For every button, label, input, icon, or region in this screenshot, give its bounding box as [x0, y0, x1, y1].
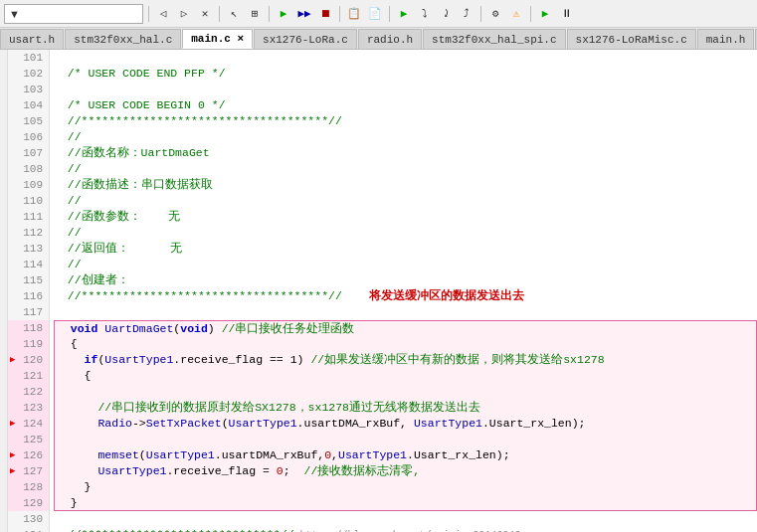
line-121: {: [54, 368, 757, 384]
line-109: //函数描述：串口数据获取: [54, 177, 757, 193]
tab-sx1276-loramisc-c[interactable]: sx1276-LoRaMisc.c: [567, 29, 696, 49]
line-125: [54, 432, 757, 447]
ln-120: 120: [8, 352, 49, 368]
toolbar-btn-warn[interactable]: ⚠: [507, 5, 525, 23]
ln-111: 111: [8, 209, 49, 225]
tab-stm32f0xx-hal-spi-c[interactable]: stm32f0xx_hal_spi.c: [423, 29, 565, 49]
toolbar-btn-paste[interactable]: 📄: [366, 5, 384, 23]
toolbar-btn-debug-out[interactable]: ⤴: [458, 5, 475, 23]
ln-122: 122: [8, 384, 49, 400]
left-gutter: [0, 50, 8, 532]
separator-1: [148, 6, 149, 22]
separator-7: [530, 6, 531, 22]
toolbar-btn-pause[interactable]: ⏸: [557, 5, 575, 23]
ln-129: 129: [8, 495, 49, 511]
ln-130: 130: [8, 511, 49, 527]
line-105: //************************************//: [54, 113, 757, 129]
ln-106: 106: [8, 129, 49, 145]
ln-118: 118: [8, 320, 49, 336]
toolbar-btn-cancel[interactable]: ✕: [196, 5, 214, 23]
separator-2: [219, 6, 220, 22]
line-130: [54, 511, 757, 527]
line-122: [54, 384, 757, 400]
line-103: [54, 82, 757, 97]
line-129: }: [54, 495, 757, 511]
toolbar-btn-run2[interactable]: ▶: [536, 5, 554, 23]
line-124: Radio->SetTxPacket(UsartType1.usartDMA_r…: [54, 416, 757, 432]
line-112: //: [54, 225, 757, 241]
code-lines: /* USER CODE END PFP */ /* USER CODE BEG…: [50, 50, 757, 532]
line-117: [54, 304, 757, 320]
toolbar-btn-debug-play[interactable]: ▶: [395, 5, 413, 23]
toolbar-btn-debug-over[interactable]: ⤸: [437, 5, 455, 23]
ln-126: 126: [8, 447, 49, 463]
toolbar-btn-copy[interactable]: 📋: [345, 5, 363, 23]
line-108: //: [54, 161, 757, 177]
ln-105: 105: [8, 113, 49, 129]
ln-119: 119: [8, 336, 49, 352]
line-119: {: [54, 336, 757, 352]
line-110: //: [54, 193, 757, 209]
line-123: //串口接收到的数据原封发给SX1278，sx1278通过无线将数据发送出去: [54, 400, 757, 416]
line-116: //************************************//…: [54, 288, 757, 304]
ln-121: 121: [8, 368, 49, 384]
tab-sx1276-lora-c[interactable]: sx1276-LoRa.c: [254, 29, 357, 49]
ln-115: 115: [8, 272, 49, 288]
ln-108: 108: [8, 161, 49, 177]
line-107: //函数名称：UartDmaGet: [54, 145, 757, 161]
line-115: //创建者：: [54, 272, 757, 288]
toolbar-btn-stop[interactable]: ⏹: [316, 5, 334, 23]
toolbar-btn-settings[interactable]: ⚙: [486, 5, 504, 23]
ln-113: 113: [8, 241, 49, 257]
tab-radio-h[interactable]: radio.h: [358, 29, 422, 49]
line-127: UsartType1.receive_flag = 0; //接收数据标志清零,: [54, 463, 757, 479]
tab-main-h[interactable]: main.h: [697, 29, 755, 49]
main-area: 101 102 103 104 105 106 107 108 109 110 …: [0, 50, 757, 532]
toolbar-btn-cursor[interactable]: ↖: [225, 5, 243, 23]
ln-103: 103: [8, 82, 49, 97]
ln-128: 128: [8, 479, 49, 495]
ln-123: 123: [8, 400, 49, 416]
ln-104: 104: [8, 97, 49, 113]
ln-101: 101: [8, 50, 49, 66]
tab-usart-h[interactable]: usart.h: [0, 29, 64, 49]
ln-125: 125: [8, 432, 49, 447]
toolbar-btn-grid[interactable]: ⊞: [246, 5, 264, 23]
ln-102: 102: [8, 66, 49, 82]
separator-3: [269, 6, 270, 22]
line-numbers: 101 102 103 104 105 106 107 108 109 110 …: [8, 50, 50, 532]
line-128: }: [54, 479, 757, 495]
ln-114: 114: [8, 257, 49, 272]
line-102: /* USER CODE END PFP */: [54, 66, 757, 82]
file-dropdown[interactable]: ▼: [4, 4, 143, 24]
separator-4: [339, 6, 340, 22]
toolbar-btn-debug-step[interactable]: ⤵: [416, 5, 434, 23]
line-104: /* USER CODE BEGIN 0 */: [54, 97, 757, 113]
ln-110: 110: [8, 193, 49, 209]
tab-stm32f0xx-hal-c[interactable]: stm32f0xx_hal.c: [65, 29, 181, 49]
line-126: memset(UsartType1.usartDMA_rxBuf,0,Usart…: [54, 447, 757, 463]
ln-127: 127: [8, 463, 49, 479]
line-113: //返回值： 无: [54, 241, 757, 257]
toolbar: ▼ ◁ ▷ ✕ ↖ ⊞ ▶ ▶▶ ⏹ 📋 📄 ▶ ⤵ ⤸ ⤴ ⚙ ⚠ ▶ ⏸: [0, 0, 757, 28]
separator-5: [389, 6, 390, 22]
toolbar-btn-run[interactable]: ▶▶: [295, 5, 313, 23]
ln-124: 124: [8, 416, 49, 432]
line-118: void UartDmaGet(void) //串口接收任务处理函数: [54, 320, 757, 336]
tab-main-c[interactable]: main.c ×: [182, 29, 253, 49]
line-114: //: [54, 257, 757, 272]
code-editor[interactable]: 101 102 103 104 105 106 107 108 109 110 …: [8, 50, 757, 532]
dropdown-label: ▼: [9, 8, 20, 20]
ln-117: 117: [8, 304, 49, 320]
line-120: if(UsartType1.receive_flag == 1) //如果发送缓…: [54, 352, 757, 368]
toolbar-btn-back[interactable]: ◁: [154, 5, 172, 23]
line-131: //*****************************// https:…: [54, 527, 757, 532]
toolbar-btn-forward[interactable]: ▷: [175, 5, 193, 23]
ln-112: 112: [8, 225, 49, 241]
separator-6: [480, 6, 481, 22]
line-101: [54, 50, 757, 66]
ln-131: 131: [8, 527, 49, 532]
ln-109: 109: [8, 177, 49, 193]
line-106: //: [54, 129, 757, 145]
toolbar-btn-play[interactable]: ▶: [275, 5, 292, 23]
